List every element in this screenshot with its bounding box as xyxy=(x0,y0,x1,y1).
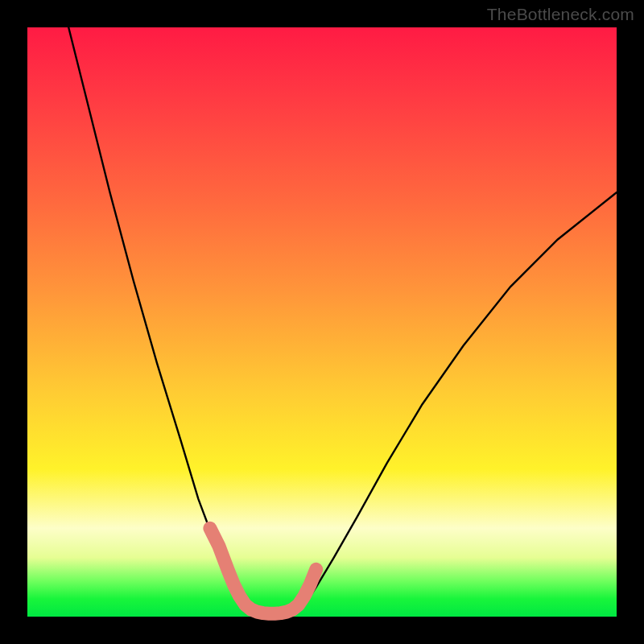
bottleneck-curve xyxy=(68,27,617,613)
highlight-segment xyxy=(210,528,316,613)
curve-layer xyxy=(27,27,617,617)
chart-frame: TheBottleneck.com xyxy=(0,0,644,644)
watermark-text: TheBottleneck.com xyxy=(487,5,634,24)
plot-area xyxy=(27,27,617,617)
